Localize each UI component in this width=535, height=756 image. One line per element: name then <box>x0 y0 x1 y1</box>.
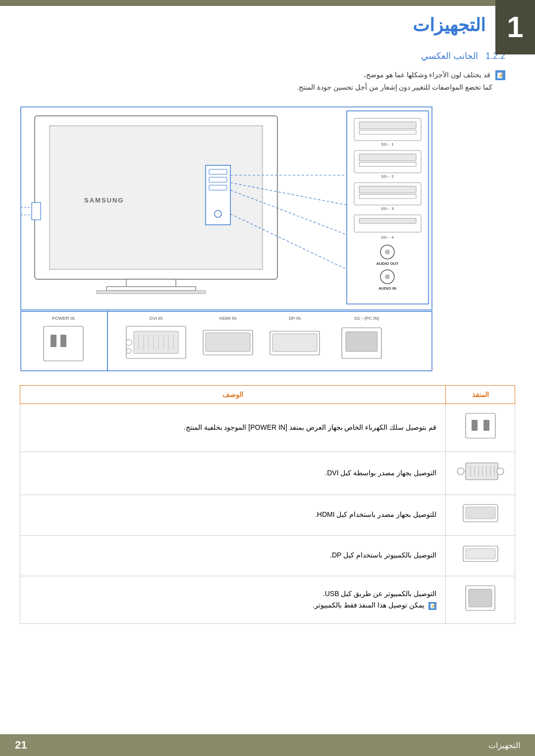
footer-page-number: 21 <box>15 739 27 752</box>
usb-connector-icon <box>462 583 499 613</box>
svg-rect-6 <box>97 291 206 294</box>
svg-text:SS←  1: SS← 1 <box>381 142 394 147</box>
svg-rect-26 <box>359 162 416 166</box>
svg-rect-22 <box>359 130 416 134</box>
svg-point-36 <box>385 250 390 254</box>
svg-rect-70 <box>472 420 478 431</box>
title-area: التجهيزات <box>0 6 535 41</box>
svg-text:DP IN: DP IN <box>289 316 301 321</box>
dvi-icon-cell <box>446 452 515 495</box>
dp-connector-icon <box>461 543 500 565</box>
info-table: المنفذ الوصف قم بتوصيل سلك الكهرباء الخا… <box>20 385 515 624</box>
svg-rect-25 <box>359 154 416 161</box>
svg-rect-64 <box>206 333 250 352</box>
svg-text:SS←  3: SS← 3 <box>381 206 394 211</box>
section-title: الجانب العكسي <box>421 51 478 61</box>
power-connector-icon <box>461 411 500 441</box>
svg-point-52 <box>126 340 132 346</box>
svg-point-72 <box>457 468 464 475</box>
table-row: قم بتوصيل سلك الكهرباء الخاص بجهاز العرض… <box>20 404 515 452</box>
dvi-description: التوصيل بجهاز مصدر بواسطة كبل DVI. <box>20 452 446 495</box>
power-icon-cell <box>446 404 515 452</box>
svg-rect-8 <box>209 169 227 174</box>
col2-header: الوصف <box>20 386 446 404</box>
svg-rect-69 <box>466 413 495 438</box>
footer: 21 التجهيزات <box>0 734 535 756</box>
svg-rect-85 <box>466 549 495 559</box>
svg-rect-9 <box>209 177 227 182</box>
svg-text:SS←(PC IN): SS←(PC IN) <box>354 316 379 321</box>
table-row: للتوصيل بجهاز مصدر باستخدام كبل HDMI. <box>20 495 515 535</box>
svg-point-39 <box>385 274 390 279</box>
hdmi-connector-icon <box>461 502 500 524</box>
note-line2: كما تخضع المواصفات للتغيير دون إشعار من … <box>297 83 492 91</box>
section-heading: 1.2.2 الجانب العكسي <box>0 41 535 66</box>
hdmi-description: للتوصيل بجهاز مصدر باستخدام كبل HDMI. <box>20 495 446 535</box>
col1-header: المنفذ <box>446 386 515 404</box>
svg-rect-32 <box>354 215 421 232</box>
usb-description: التوصيل بالكمبيوتر عن طريق كبل USB. 📝 يم… <box>20 576 446 624</box>
svg-text:SAMSUNG: SAMSUNG <box>84 197 124 204</box>
dp-icon-cell <box>446 535 515 576</box>
svg-rect-10 <box>209 185 227 190</box>
svg-text:AUDIO OUT: AUDIO OUT <box>376 261 399 266</box>
svg-rect-44 <box>51 335 56 347</box>
table-row: التوصيل بالكمبيوتر باستخدام كبل DP. <box>20 535 515 576</box>
dp-description: التوصيل بالكمبيوتر باستخدام كبل DP. <box>20 535 446 576</box>
hdmi-icon-cell <box>446 495 515 535</box>
chapter-number: 1 <box>507 12 523 42</box>
svg-point-74 <box>497 468 504 475</box>
footer-text: التجهيزات <box>488 741 520 750</box>
svg-rect-5 <box>107 287 196 291</box>
usb-icon-cell <box>446 576 515 624</box>
note-inline-icon: 📝 <box>428 602 436 610</box>
svg-text:AUDIO IN: AUDIO IN <box>378 286 396 291</box>
svg-rect-87 <box>469 589 492 607</box>
svg-rect-66 <box>272 334 317 352</box>
note-line1: قد يختلف لون الأجزاء وشكلها عما هو موضح، <box>364 71 490 79</box>
svg-rect-53 <box>134 331 178 353</box>
usb-note: يمكن توصيل هذا المنفذ فقط بالكمبيوتر. <box>313 601 425 609</box>
svg-point-11 <box>214 210 221 217</box>
svg-rect-30 <box>359 195 416 199</box>
monitor-diagram: SAMSUNG SS← 1 SS← 2 <box>20 106 515 373</box>
svg-text:POWER IN: POWER IN <box>52 316 75 321</box>
table-row: التوصيل بجهاز مصدر بواسطة كبل DVI. <box>20 452 515 495</box>
svg-text:HDMI IN: HDMI IN <box>219 316 237 321</box>
svg-text:DVI IN: DVI IN <box>150 316 163 321</box>
table-row: التوصيل بالكمبيوتر عن طريق كبل USB. 📝 يم… <box>20 576 515 624</box>
svg-rect-45 <box>60 335 66 347</box>
top-bar <box>0 0 535 6</box>
note-icon: 📝 <box>495 70 505 80</box>
chapter-tab: 1 <box>495 0 535 54</box>
svg-rect-33 <box>359 218 416 223</box>
svg-rect-29 <box>359 186 416 193</box>
svg-rect-71 <box>483 420 489 431</box>
svg-rect-16 <box>32 202 41 220</box>
chapter-title: التجهيزات <box>413 15 485 35</box>
dvi-connector-icon <box>456 459 505 484</box>
svg-text:SS←  4: SS← 4 <box>381 235 394 240</box>
diagram-area: SAMSUNG SS← 1 SS← 2 <box>20 106 515 375</box>
svg-rect-68 <box>346 332 377 352</box>
svg-point-54 <box>126 349 131 353</box>
svg-text:SS←  2: SS← 2 <box>381 174 394 179</box>
note-area: 📝 قد يختلف لون الأجزاء وشكلها عما هو موض… <box>0 66 535 101</box>
power-description: قم بتوصيل سلك الكهرباء الخاص بجهاز العرض… <box>20 404 446 452</box>
svg-rect-83 <box>466 507 495 519</box>
svg-rect-21 <box>359 122 416 129</box>
